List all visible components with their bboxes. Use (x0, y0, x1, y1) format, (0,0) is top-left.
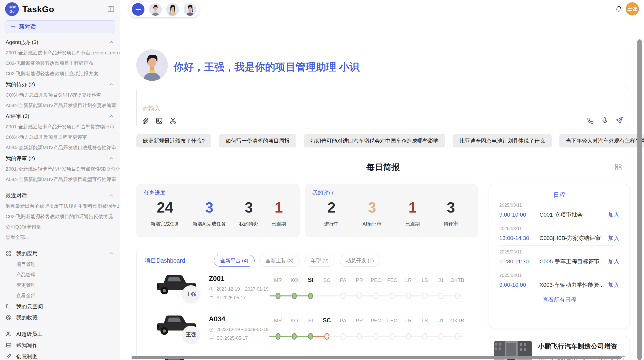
sidebar-tool[interactable]: AI超级员工 (0, 328, 120, 340)
app-item[interactable]: 变更管理 (0, 280, 120, 290)
my-apps-label: 我的应用 (16, 250, 38, 257)
briefing-grid-icon[interactable] (614, 163, 623, 172)
paperclip-icon[interactable] (142, 117, 149, 125)
milestone-dot[interactable] (292, 293, 297, 299)
milestone-dot[interactable] (373, 293, 378, 299)
sidebar-item[interactable]: Z001-全新燃油皮卡产品开发项目SI节点Lesson Learn报告 (0, 48, 120, 58)
app-item[interactable]: 产品管理 (0, 269, 120, 280)
sidebar-link[interactable]: 我的收藏 (0, 312, 120, 323)
sidebar-item[interactable]: C0X4-动力总成开发项目SI里程碑提交物检查 (0, 90, 120, 100)
sidebar-section-header[interactable]: AI评审 (3) (0, 111, 120, 122)
suggestion-chip[interactable]: 特朗普可能对进口汽车增税会对中国车企造成哪些影响 (304, 134, 445, 147)
add-session-button[interactable] (132, 3, 144, 16)
recent-chats-header[interactable]: 最近对话 (0, 190, 120, 201)
sidebar-item[interactable]: A034-全新新能源MUV产品开发项目造型可行性评审 (0, 174, 120, 185)
sidebar-section-header[interactable]: 我的评审 (2) (0, 153, 120, 164)
sidebar-section-header[interactable]: Agent已办 (3) (0, 37, 120, 48)
milestone-dot[interactable] (406, 333, 411, 340)
milestone-label: MR (274, 318, 282, 324)
recent-chat-item[interactable]: 公司Q3轻卡销量 (0, 222, 120, 232)
milestone-dot[interactable] (324, 333, 329, 340)
stat-label: 进行中 (324, 221, 339, 227)
event-time: 9:00-10:00 (499, 212, 539, 218)
milestone-dot[interactable] (455, 333, 460, 340)
milestone-dot[interactable] (275, 333, 281, 340)
milestone-dot[interactable] (390, 293, 395, 299)
milestone-dot[interactable] (422, 293, 427, 299)
sidebar-item[interactable]: Z001-全新燃油轻卡产品开发项目SI造型提交物评审 (0, 122, 120, 132)
phone-icon[interactable] (587, 117, 594, 124)
sidebar-my-apps[interactable]: 我的应用 (0, 248, 120, 259)
event-join-link[interactable]: 加入 (608, 281, 619, 289)
milestone-dot[interactable] (422, 333, 427, 340)
sidebar-collapse-icon[interactable] (107, 5, 115, 13)
milestone-dot[interactable] (406, 293, 411, 299)
event-join-link[interactable]: 加入 (608, 234, 619, 242)
view-all-schedule-link[interactable]: 查看所有日程 (499, 292, 619, 307)
milestone-dot[interactable] (373, 333, 378, 340)
milestone-dot[interactable] (438, 293, 444, 299)
milestone-dot[interactable] (341, 333, 346, 340)
session-avatar-2[interactable] (166, 3, 179, 16)
horizontal-scrollbar[interactable] (131, 356, 621, 359)
sidebar-item[interactable]: Z001-全新燃油轻卡产品开发项目SI节点属性5D文件评审 (0, 164, 120, 174)
milestone-label: PEC (371, 318, 381, 324)
mic-icon[interactable] (601, 117, 609, 124)
logo-line2: Go (9, 9, 14, 13)
stat-value: 1 (275, 198, 283, 217)
dashboard-filter-chip[interactable]: 年型 (2) (304, 255, 335, 267)
chat-input[interactable]: 请输入... (136, 87, 629, 128)
project-row[interactable]: 王强A0342023-12-19 ~ 2026-01-19SC-2025-05-… (137, 312, 478, 351)
sidebar-tool[interactable]: 帮我写作 (0, 340, 120, 351)
sidebar-section-header[interactable]: 我的待办 (2) (0, 79, 120, 90)
milestone-dot[interactable] (275, 293, 281, 299)
news-title: 小鹏飞行汽车制造公司增资 (538, 342, 625, 351)
milestone-dot[interactable] (308, 333, 313, 340)
milestone-dot[interactable] (341, 293, 346, 299)
task-progress-card: 任务进度24新增完成任务3新增AI完成任务3我的待办1已逾期 (136, 184, 300, 237)
milestone-dot[interactable] (390, 333, 395, 340)
vertical-scrollbar[interactable] (637, 39, 642, 360)
sidebar-item[interactable]: A034-全新新能源MUV产品开发项目法规符合性评审 (0, 142, 120, 153)
milestone-dot[interactable] (357, 293, 362, 299)
app-item[interactable]: 查看全部... (0, 290, 120, 301)
session-avatar-3[interactable] (184, 3, 196, 16)
image-icon[interactable] (155, 117, 163, 125)
send-icon[interactable] (615, 116, 623, 125)
sidebar-link[interactable]: 我的云空间 (0, 301, 120, 312)
sidebar-tool[interactable]: 创意制图 (0, 351, 120, 360)
suggestion-chip[interactable]: 当下年轻人对汽车外观有怎样的喜好趋势 (559, 134, 644, 147)
milestone-dot[interactable] (292, 333, 297, 340)
project-row[interactable]: 王强Z0012023-12-19 ~ 2027-01-19SI-2025-05-… (137, 271, 478, 311)
recent-chat-item[interactable]: C02-飞腾新能源轻客改款项目的闭环通告反馈情况 (0, 211, 120, 222)
flag-icon (209, 336, 214, 341)
user-avatar[interactable]: 王强 (626, 2, 639, 16)
suggestion-chip[interactable]: 比亚迪全固态电池计划具体说了什么 (453, 134, 552, 147)
dashboard-filter-chip[interactable]: 全新平台 (4) (214, 255, 255, 267)
notification-bell-icon[interactable] (615, 5, 623, 14)
sidebar-item[interactable]: C02-飞腾新能源轻客改款项目里程碑画布 (0, 58, 120, 68)
scissors-icon[interactable] (169, 117, 177, 125)
suggestion-chip[interactable]: 欧洲新规最近颁布了什么? (136, 134, 211, 147)
milestone-dot[interactable] (438, 333, 444, 340)
dashboard-filter-chip[interactable]: 全新上装 (3) (259, 255, 300, 267)
dashboard-filter-chip[interactable]: 动总开发 (1) (340, 255, 380, 267)
sidebar-item[interactable]: C0X4-动力总成开发项目工程变更评审 (0, 132, 120, 142)
stat-label: 新增AI完成任务 (193, 221, 226, 227)
milestone-dot[interactable] (357, 333, 362, 340)
app-item[interactable]: 项目管理 (0, 259, 120, 269)
schedule-event: 2025/03/119:00-10:00X003-车辆动力学性能验...加入 (499, 269, 619, 292)
recent-chat-item[interactable]: 查看全部... (0, 232, 120, 243)
session-avatar-1[interactable] (149, 3, 162, 16)
event-join-link[interactable]: 加入 (608, 258, 619, 265)
new-chat-button[interactable]: 新对话 (5, 20, 115, 33)
milestone-dot[interactable] (455, 293, 460, 299)
event-join-link[interactable]: 加入 (608, 211, 619, 219)
sidebar-item[interactable]: A034-全新新能源MUV产品开发项目计划变更表编写 (0, 100, 120, 111)
suggestion-chip[interactable]: 如何写一份清晰的项目周报 (219, 134, 296, 147)
project-flag-date: SC-2025-05-17 (209, 336, 248, 341)
recent-chat-item[interactable]: 解释最新出台的欧盟报废车法规再生塑料比例被调至15%... (0, 201, 120, 211)
sidebar-item[interactable]: C02-飞腾新能源轻客改款项目立项汇报方案 (0, 68, 120, 79)
event-time: 9:00-10:00 (499, 282, 539, 288)
milestone-dot[interactable] (308, 293, 313, 299)
